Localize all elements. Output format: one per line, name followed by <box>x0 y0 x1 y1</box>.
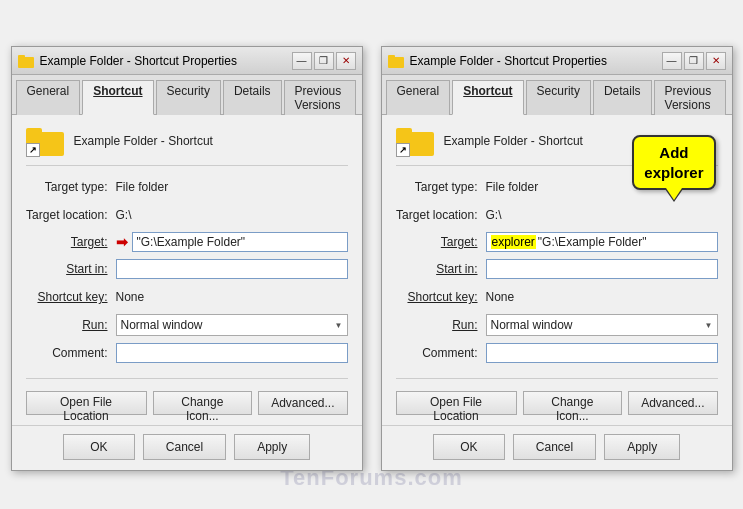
divider-left <box>26 378 348 379</box>
callout-line1: Add <box>644 143 703 163</box>
open-file-location-btn-left[interactable]: Open File Location <box>26 391 147 415</box>
svg-rect-5 <box>388 55 395 59</box>
title-bar-right: Example Folder - Shortcut Properties — ❒… <box>382 47 732 75</box>
target-label-left: Target: <box>26 235 116 249</box>
title-bar-buttons-right: — ❒ ✕ <box>662 52 726 70</box>
tabs-left: General Shortcut Security Details Previo… <box>12 75 362 115</box>
target-type-row-left: Target type: File folder <box>26 176 348 198</box>
minimize-btn-right[interactable]: — <box>662 52 682 70</box>
dialog-right: Add explorer Example Folder - Shortcut P… <box>381 46 733 471</box>
tab-previousversions-left[interactable]: Previous Versions <box>284 80 356 115</box>
start-in-input-right[interactable] <box>486 259 718 279</box>
folder-icon-right: ↗ <box>396 125 434 157</box>
action-buttons-right: Open File Location Change Icon... Advanc… <box>396 391 718 415</box>
apply-btn-left[interactable]: Apply <box>234 434 310 460</box>
run-select-right[interactable]: Normal window ▼ <box>486 314 718 336</box>
comment-label-right: Comment: <box>396 346 486 360</box>
folder-icon-left: ↗ <box>26 125 64 157</box>
comment-row-right: Comment: <box>396 342 718 364</box>
tab-shortcut-right[interactable]: Shortcut <box>452 80 523 115</box>
dialog-footer-right: OK Cancel Apply <box>382 425 732 470</box>
start-in-row-left: Start in: <box>26 258 348 280</box>
ok-btn-left[interactable]: OK <box>63 434 135 460</box>
change-icon-btn-left[interactable]: Change Icon... <box>153 391 253 415</box>
divider-right <box>396 378 718 379</box>
tab-previousversions-right[interactable]: Previous Versions <box>654 80 726 115</box>
tab-general-right[interactable]: General <box>386 80 451 115</box>
explorer-prefix-right: explorer <box>491 235 536 249</box>
tab-details-right[interactable]: Details <box>593 80 652 115</box>
tab-shortcut-left[interactable]: Shortcut <box>82 80 153 115</box>
apply-btn-right[interactable]: Apply <box>604 434 680 460</box>
target-input-left[interactable]: "G:\Example Folder" <box>132 232 348 252</box>
tab-security-right[interactable]: Security <box>526 80 591 115</box>
start-in-row-right: Start in: <box>396 258 718 280</box>
restore-btn-right[interactable]: ❒ <box>684 52 704 70</box>
target-row-left: Target: ➡ "G:\Example Folder" <box>26 232 348 252</box>
start-in-input-left[interactable] <box>116 259 348 279</box>
target-type-value-right: File folder <box>486 180 539 194</box>
run-arrow-right: ▼ <box>705 321 713 330</box>
open-file-location-btn-right[interactable]: Open File Location <box>396 391 517 415</box>
svg-rect-3 <box>26 128 42 137</box>
target-location-label-right: Target location: <box>396 208 486 222</box>
dialog-left: Example Folder - Shortcut Properties — ❒… <box>11 46 363 471</box>
shortcut-badge-left: ↗ <box>26 143 40 157</box>
title-text-left: Example Folder - Shortcut Properties <box>40 54 286 68</box>
tab-general-left[interactable]: General <box>16 80 81 115</box>
dialogs-row: Example Folder - Shortcut Properties — ❒… <box>11 46 733 471</box>
callout-line2: explorer <box>644 163 703 183</box>
change-icon-btn-right[interactable]: Change Icon... <box>523 391 623 415</box>
title-icon-left <box>18 53 34 69</box>
close-btn-left[interactable]: ✕ <box>336 52 356 70</box>
comment-row-left: Comment: <box>26 342 348 364</box>
callout-container: Add explorer <box>632 135 715 190</box>
advanced-btn-left[interactable]: Advanced... <box>258 391 347 415</box>
target-input-value-left: "G:\Example Folder" <box>137 235 246 249</box>
target-location-value-right: G:\ <box>486 208 502 222</box>
title-icon-right <box>388 53 404 69</box>
target-location-row-left: Target location: G:\ <box>26 204 348 226</box>
header-title-left: Example Folder - Shortcut <box>74 134 213 148</box>
cancel-btn-right[interactable]: Cancel <box>513 434 596 460</box>
header-area-left: ↗ Example Folder - Shortcut <box>26 125 348 166</box>
close-btn-right[interactable]: ✕ <box>706 52 726 70</box>
dialog-body-left: ↗ Example Folder - Shortcut Target type:… <box>12 115 362 425</box>
run-value-right: Normal window <box>491 318 573 332</box>
cancel-btn-left[interactable]: Cancel <box>143 434 226 460</box>
tabs-right: General Shortcut Security Details Previo… <box>382 75 732 115</box>
comment-label-left: Comment: <box>26 346 116 360</box>
svg-rect-7 <box>396 128 412 137</box>
run-row-left: Run: Normal window ▼ <box>26 314 348 336</box>
ok-btn-right[interactable]: OK <box>433 434 505 460</box>
callout-bubble: Add explorer <box>632 135 715 190</box>
start-in-label-left: Start in: <box>26 262 116 276</box>
restore-btn-left[interactable]: ❒ <box>314 52 334 70</box>
shortcut-key-row-left: Shortcut key: None <box>26 286 348 308</box>
run-select-left[interactable]: Normal window ▼ <box>116 314 348 336</box>
title-bar-left: Example Folder - Shortcut Properties — ❒… <box>12 47 362 75</box>
target-location-value-left: G:\ <box>116 208 132 222</box>
advanced-btn-right[interactable]: Advanced... <box>628 391 717 415</box>
shortcut-key-label-left: Shortcut key: <box>26 290 116 304</box>
shortcut-key-row-right: Shortcut key: None <box>396 286 718 308</box>
minimize-btn-left[interactable]: — <box>292 52 312 70</box>
target-input-right[interactable]: explorer "G:\Example Folder" <box>486 232 718 252</box>
title-bar-buttons-left: — ❒ ✕ <box>292 52 356 70</box>
run-label-left: Run: <box>26 318 116 332</box>
header-title-right: Example Folder - Shortcut <box>444 134 583 148</box>
comment-input-left[interactable] <box>116 343 348 363</box>
run-arrow-left: ▼ <box>335 321 343 330</box>
title-text-right: Example Folder - Shortcut Properties <box>410 54 656 68</box>
target-row-right: Target: explorer "G:\Example Folder" <box>396 232 718 252</box>
target-input-value-right: "G:\Example Folder" <box>538 235 647 249</box>
target-type-label-left: Target type: <box>26 180 116 194</box>
dialog-footer-left: OK Cancel Apply <box>12 425 362 470</box>
comment-input-right[interactable] <box>486 343 718 363</box>
target-type-label-right: Target type: <box>396 180 486 194</box>
tab-security-left[interactable]: Security <box>156 80 221 115</box>
shortcut-key-value-right: None <box>486 290 515 304</box>
shortcut-key-value-left: None <box>116 290 145 304</box>
run-row-right: Run: Normal window ▼ <box>396 314 718 336</box>
tab-details-left[interactable]: Details <box>223 80 282 115</box>
